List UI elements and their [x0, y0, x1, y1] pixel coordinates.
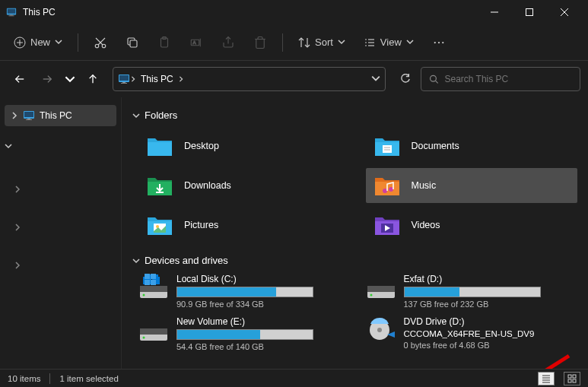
folder-music[interactable]: Music [366, 168, 578, 203]
navigation-pane: This PC [0, 97, 122, 369]
back-button[interactable] [8, 67, 32, 91]
folder-label: Videos [412, 220, 440, 230]
content-pane: Folders Desktop Documents Downloads Musi… [122, 97, 588, 369]
navigation-bar: This PC [0, 61, 588, 97]
usage-bar [176, 329, 313, 340]
chevron-right-icon[interactable] [14, 223, 21, 233]
folder-label: Pictures [184, 220, 218, 230]
drive-name: Local Disk (C:) [176, 274, 351, 284]
copy-button[interactable] [118, 31, 147, 54]
share-button[interactable] [214, 31, 243, 54]
svg-rect-15 [130, 40, 137, 47]
svg-line-85 [497, 356, 569, 369]
usage-bar [176, 287, 313, 297]
chevron-right-icon[interactable] [11, 112, 18, 119]
view-button[interactable]: View [356, 32, 421, 53]
window-title: This PC [23, 7, 477, 17]
divider [49, 373, 50, 384]
large-icons-view-button[interactable] [564, 372, 580, 385]
chevron-down-icon [338, 36, 345, 48]
folder-documents[interactable]: Documents [366, 128, 578, 163]
status-bar: 10 items 1 item selected [0, 369, 588, 387]
folder-downloads[interactable]: Downloads [138, 168, 351, 203]
close-button[interactable] [547, 0, 582, 24]
svg-point-78 [370, 294, 372, 297]
divider [78, 33, 78, 52]
details-view-button[interactable] [538, 372, 555, 385]
search-icon [429, 74, 438, 84]
chevron-down-icon[interactable] [371, 74, 380, 85]
rename-button[interactable]: A [182, 31, 211, 54]
minimize-button[interactable] [477, 0, 512, 24]
chevron-right-icon[interactable] [14, 261, 21, 271]
usage-bar [404, 287, 541, 297]
chevron-right-icon [130, 74, 136, 84]
view-label: View [380, 36, 402, 48]
group-header-devices[interactable]: Devices and drives [132, 255, 577, 266]
svg-rect-75 [151, 280, 156, 285]
chevron-right-icon [178, 74, 184, 84]
status-selected: 1 item selected [59, 374, 118, 383]
chevron-down-icon [132, 112, 140, 119]
group-label: Folders [145, 109, 177, 121]
recent-button[interactable] [62, 67, 78, 91]
svg-point-32 [442, 41, 443, 43]
status-items: 10 items [8, 374, 40, 383]
drive-icon [138, 316, 169, 344]
drive-dvd-d[interactable]: DVD Drive (D:) CCCOMA_X64FRE_EN-US_DV9 0… [366, 316, 578, 351]
command-bar: New A Sort View [0, 24, 588, 61]
drive-new-volume-e[interactable]: New Volume (E:) 54.4 GB free of 140 GB [138, 316, 351, 351]
svg-rect-2 [10, 15, 13, 16]
breadcrumb-segment[interactable]: This PC [141, 74, 173, 84]
chevron-down-icon [406, 36, 414, 48]
sidebar-item-this-pc[interactable]: This PC [5, 105, 116, 126]
drive-free: 54.4 GB free of 140 GB [176, 342, 351, 351]
svg-point-31 [438, 41, 440, 43]
sidebar-label: This PC [40, 110, 72, 121]
forward-button[interactable] [35, 67, 59, 91]
folder-icon [373, 174, 401, 197]
svg-point-30 [434, 41, 435, 43]
this-pc-icon [23, 109, 35, 122]
drive-free: 137 GB free of 232 GB [404, 300, 578, 309]
svg-text:A: A [193, 40, 196, 45]
paste-button[interactable] [150, 31, 179, 54]
refresh-button[interactable] [393, 67, 418, 91]
svg-point-55 [383, 189, 387, 193]
folder-icon [146, 174, 173, 197]
up-button[interactable] [81, 67, 105, 91]
sort-button[interactable]: Sort [291, 32, 353, 53]
svg-point-81 [143, 337, 145, 339]
svg-rect-46 [148, 142, 172, 156]
new-button[interactable]: New [6, 32, 70, 53]
maximize-button[interactable] [512, 0, 547, 24]
delete-button[interactable] [246, 31, 275, 54]
drive-free: 0 bytes free of 4.68 GB [404, 341, 578, 350]
folder-icon [146, 214, 173, 236]
svg-rect-74 [145, 280, 150, 285]
chevron-right-icon[interactable] [14, 185, 21, 195]
drive-icon [138, 274, 169, 301]
cut-button[interactable] [86, 31, 115, 54]
folder-videos[interactable]: Videos [366, 208, 578, 243]
drive-exfat-d[interactable]: Exfat (D:) 137 GB free of 232 GB [366, 274, 578, 309]
folder-pictures[interactable]: Pictures [138, 208, 351, 243]
chevron-down-icon[interactable] [5, 141, 12, 152]
svg-point-56 [389, 187, 393, 192]
group-header-folders[interactable]: Folders [132, 109, 577, 121]
svg-rect-73 [151, 274, 156, 279]
svg-rect-91 [573, 375, 576, 378]
svg-rect-1 [8, 9, 16, 14]
search-box[interactable] [421, 67, 580, 91]
more-button[interactable] [424, 31, 453, 54]
folder-label: Documents [412, 141, 459, 151]
folder-icon [373, 135, 401, 157]
drive-local-c[interactable]: Local Disk (C:) 90.9 GB free of 334 GB [138, 274, 351, 309]
folder-desktop[interactable]: Desktop [138, 128, 351, 163]
search-input[interactable] [444, 74, 572, 84]
svg-rect-93 [573, 379, 576, 382]
svg-rect-5 [526, 9, 533, 16]
svg-rect-72 [145, 274, 150, 279]
divider [282, 33, 283, 52]
breadcrumb[interactable]: This PC [113, 67, 386, 91]
